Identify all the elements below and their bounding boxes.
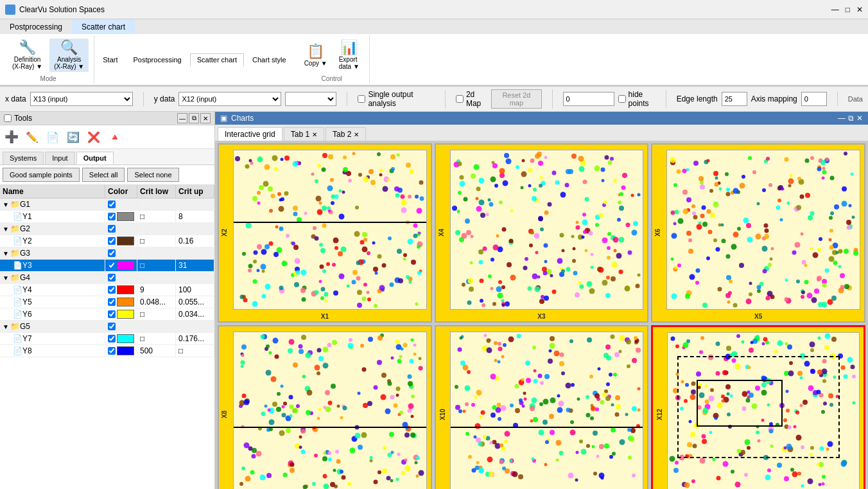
single-output-checkbox[interactable] — [358, 95, 365, 103]
ydata-select2[interactable] — [285, 92, 336, 106]
output-tab[interactable]: Output — [76, 152, 114, 164]
y2-checkbox[interactable] — [108, 237, 116, 245]
tools-checkbox[interactable] — [4, 114, 12, 122]
scatter-dot — [777, 463, 782, 468]
expand-icon[interactable]: ▼ — [3, 323, 9, 330]
scatter-dot — [750, 341, 753, 344]
scatter-dot — [607, 232, 611, 236]
expand-icon[interactable]: ▼ — [3, 274, 9, 281]
axis-mapping-input[interactable] — [801, 92, 827, 106]
export-btn[interactable]: 📊 Exportdata ▼ — [334, 39, 364, 72]
chart-cell-x5[interactable]: X6X500.20.40.60.8100.20.40.60.81 — [651, 143, 865, 323]
hide-points-checkbox[interactable] — [618, 95, 626, 103]
scatter-dot — [322, 456, 327, 461]
y5-color[interactable] — [117, 298, 134, 307]
map2d-checkbox[interactable] — [456, 95, 464, 103]
maximize-btn[interactable]: □ — [846, 5, 850, 14]
edit-tool-btn[interactable]: ✏️ — [23, 128, 41, 146]
analysis-label: Analysis(X-Ray) ▼ — [54, 56, 84, 70]
tools-minimize-btn[interactable]: — — [177, 113, 187, 123]
map2d-label[interactable]: 2d Map — [456, 90, 487, 108]
y6-color[interactable] — [117, 310, 134, 319]
input-tab[interactable]: Input — [45, 152, 74, 164]
interactive-grid-tab[interactable]: Interactive grid — [218, 127, 282, 141]
y1-color[interactable] — [117, 212, 134, 221]
chart-cell-x9[interactable]: X10X900.20.40.60.8100.20.40.60.81 — [435, 325, 649, 490]
charts-popout-btn[interactable]: ⧉ — [848, 114, 854, 123]
ribbon-tab-postprocessing[interactable]: Postprocessing — [0, 19, 72, 34]
y7-checkbox[interactable] — [108, 335, 116, 342]
delete-tool-btn[interactable]: ❌ — [85, 128, 103, 146]
tree-cell-critup: 8 — [176, 211, 214, 222]
scatter-dot — [756, 335, 759, 339]
add-tool-btn[interactable]: ➕ — [3, 128, 21, 146]
scatter-dot — [829, 176, 834, 181]
chart-cell-x1[interactable]: X2X100.20.40.60.8100.20.40.60.81 — [218, 143, 432, 323]
tools-close-btn[interactable]: ✕ — [200, 113, 211, 123]
y3-checkbox[interactable] — [108, 262, 116, 269]
g4-checkbox[interactable] — [108, 274, 116, 281]
select-none-btn[interactable]: Select none — [127, 168, 178, 182]
refresh-tool-btn[interactable]: 🔄 — [64, 128, 82, 146]
ydata-select[interactable]: X12 (input) — [178, 92, 281, 106]
chart-cell-x3[interactable]: X4X300.20.40.60.8100.20.40.60.81 — [435, 143, 649, 323]
chart-cell-x13[interactable]: X12X1300.20.40.60.8100.20.40.60.81 — [651, 325, 865, 490]
chart-plot[interactable]: 00.20.40.60.8100.20.40.60.81 — [450, 332, 644, 490]
y1-checkbox[interactable] — [108, 213, 116, 220]
y4-checkbox[interactable] — [108, 286, 116, 294]
chart-plot[interactable]: 00.20.40.60.8100.20.40.60.81 — [667, 332, 860, 490]
search-input[interactable] — [563, 92, 614, 106]
g5-checkbox[interactable] — [108, 323, 116, 330]
chart-plot[interactable]: 00.20.40.60.8100.20.40.60.81 — [233, 332, 427, 490]
g3-checkbox[interactable] — [108, 249, 116, 257]
chart-plot[interactable]: 00.20.40.60.8100.20.40.60.81 — [233, 150, 427, 310]
matlab-tool-btn[interactable]: 🔺 — [105, 128, 123, 146]
select-all-btn[interactable]: Select all — [82, 168, 125, 182]
tab2-close[interactable]: ✕ — [354, 131, 359, 138]
sub-tab-scatter[interactable]: Scatter chart — [190, 53, 244, 66]
tab2[interactable]: Tab 2 ✕ — [326, 127, 366, 141]
sub-tab-postprocessing[interactable]: Postprocessing — [126, 53, 188, 66]
y5-checkbox[interactable] — [108, 298, 116, 306]
chart-plot[interactable]: 00.20.40.60.8100.20.40.60.81 — [666, 150, 860, 310]
expand-icon[interactable]: ▼ — [3, 250, 9, 257]
y7-color[interactable] — [117, 334, 134, 343]
y2-color[interactable] — [117, 236, 134, 245]
sub-tab-start[interactable]: Start — [96, 53, 125, 66]
xdata-select[interactable]: X13 (input) — [30, 92, 133, 106]
good-sample-btn[interactable]: Good sample points — [3, 168, 80, 182]
minimize-btn[interactable]: — — [831, 5, 839, 14]
analysis-btn[interactable]: 🔍 Analysis(X-Ray) ▼ — [49, 39, 89, 72]
tools-popout-btn[interactable]: ⧉ — [189, 113, 199, 123]
tab1[interactable]: Tab 1 ✕ — [284, 127, 324, 141]
g1-checkbox[interactable] — [108, 200, 116, 208]
reset-2d-btn[interactable]: Reset 2d map — [491, 89, 541, 109]
scatter-dot — [317, 416, 320, 420]
expand-icon[interactable]: ▼ — [3, 201, 9, 208]
y3-color[interactable] — [117, 261, 134, 270]
file-tool-btn[interactable]: 📄 — [44, 128, 62, 146]
y8-color[interactable] — [117, 346, 134, 355]
y4-color[interactable] — [117, 285, 134, 294]
chart-cell-x7[interactable]: X8X700.20.40.60.8100.20.40.60.81 — [218, 325, 432, 490]
charts-close-btn[interactable]: ✕ — [856, 114, 863, 123]
y6-checkbox[interactable] — [108, 310, 116, 318]
single-output-label[interactable]: Single output analysis — [358, 90, 434, 108]
hide-points-label[interactable]: hide points — [618, 90, 655, 108]
y8-checkbox[interactable] — [108, 347, 116, 355]
copy-btn[interactable]: 📋 Copy ▼ — [300, 42, 332, 69]
edge-length-input[interactable] — [722, 92, 747, 106]
chart-plot[interactable]: 00.20.40.60.8100.20.40.60.81 — [450, 150, 644, 310]
systems-tab[interactable]: Systems — [3, 152, 44, 164]
charts-minimize-btn[interactable]: — — [838, 114, 846, 123]
tree-row-selected[interactable]: 📄 Y3 □ 31 — [0, 260, 214, 272]
scatter-dot — [501, 304, 505, 307]
definition-btn[interactable]: 🔧 Definition(X-Ray) ▼ — [8, 39, 47, 72]
sub-tab-chartstyle[interactable]: Chart style — [245, 53, 293, 66]
close-btn[interactable]: ✕ — [856, 5, 863, 14]
scatter-dot — [418, 357, 421, 360]
ribbon-tab-scatter[interactable]: Scatter chart — [72, 19, 135, 34]
tab1-close[interactable]: ✕ — [312, 131, 317, 138]
expand-icon[interactable]: ▼ — [3, 226, 9, 233]
g2-checkbox[interactable] — [108, 225, 116, 233]
